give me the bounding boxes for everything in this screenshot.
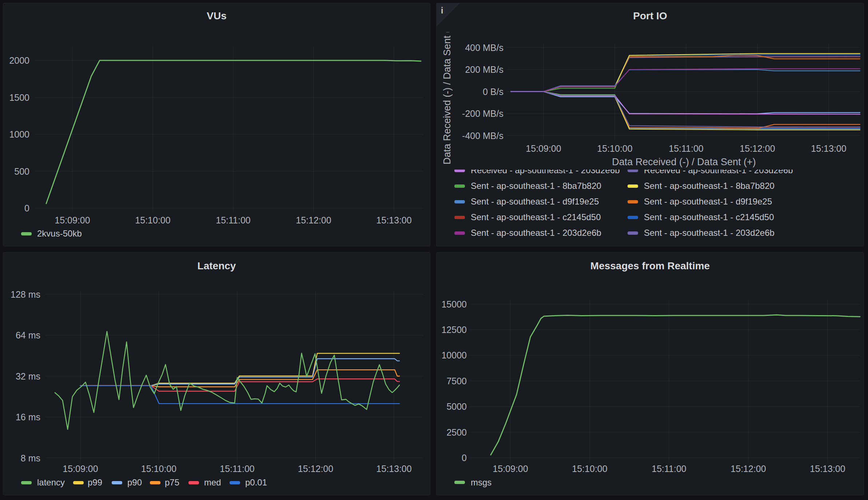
svg-text:i: i: [441, 6, 443, 15]
